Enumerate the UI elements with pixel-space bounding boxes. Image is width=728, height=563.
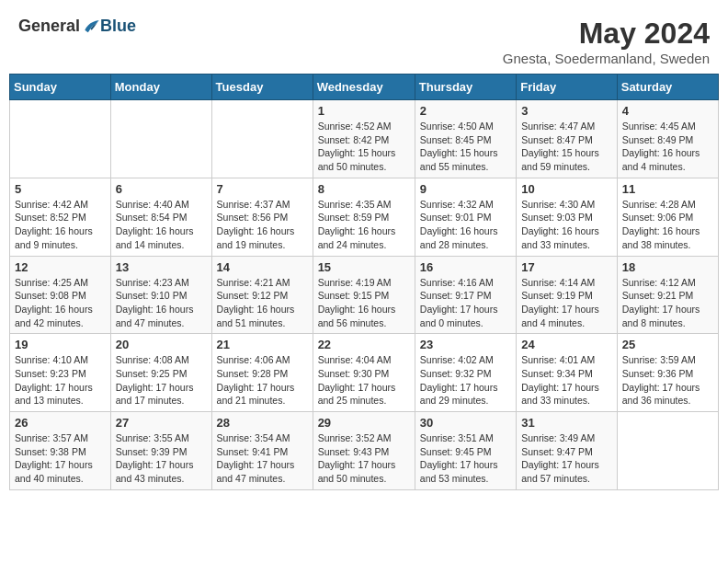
day-number: 3	[521, 104, 612, 118]
day-info: Sunrise: 4:42 AM Sunset: 8:52 PM Dayligh…	[15, 198, 106, 252]
day-info: Sunrise: 3:59 AM Sunset: 9:36 PM Dayligh…	[622, 353, 713, 408]
day-number: 25	[622, 338, 713, 351]
calendar-week-row: 26Sunrise: 3:57 AM Sunset: 9:38 PM Dayli…	[10, 412, 719, 490]
day-number: 31	[521, 416, 612, 430]
day-number: 18	[622, 260, 713, 274]
calendar-cell: 15Sunrise: 4:19 AM Sunset: 9:15 PM Dayli…	[313, 256, 415, 334]
day-info: Sunrise: 4:08 AM Sunset: 9:25 PM Dayligh…	[116, 353, 207, 408]
day-number: 23	[420, 338, 511, 351]
day-number: 13	[116, 260, 207, 274]
day-info: Sunrise: 4:12 AM Sunset: 9:21 PM Dayligh…	[622, 276, 713, 330]
calendar-cell: 6Sunrise: 4:40 AM Sunset: 8:54 PM Daylig…	[110, 178, 211, 256]
calendar-cell: 3Sunrise: 4:47 AM Sunset: 8:47 PM Daylig…	[517, 100, 618, 178]
day-number: 28	[217, 416, 308, 430]
calendar-header: SundayMondayTuesdayWednesdayThursdayFrid…	[10, 75, 719, 100]
day-info: Sunrise: 4:21 AM Sunset: 9:12 PM Dayligh…	[217, 276, 308, 330]
day-header-thursday: Thursday	[415, 75, 516, 100]
day-number: 9	[420, 182, 511, 196]
title-section: May 2024 Gnesta, Soedermanland, Sweden	[503, 17, 710, 66]
day-number: 24	[521, 338, 612, 351]
day-header-saturday: Saturday	[617, 75, 718, 100]
day-header-friday: Friday	[517, 75, 618, 100]
day-info: Sunrise: 4:02 AM Sunset: 9:32 PM Dayligh…	[420, 353, 511, 408]
calendar-cell	[617, 412, 718, 490]
calendar-cell: 19Sunrise: 4:10 AM Sunset: 9:23 PM Dayli…	[10, 334, 111, 412]
day-info: Sunrise: 4:10 AM Sunset: 9:23 PM Dayligh…	[15, 353, 106, 408]
day-number: 30	[420, 416, 511, 430]
day-number: 16	[420, 260, 511, 274]
day-info: Sunrise: 4:06 AM Sunset: 9:28 PM Dayligh…	[217, 353, 308, 408]
day-info: Sunrise: 4:35 AM Sunset: 8:59 PM Dayligh…	[318, 198, 410, 252]
calendar-week-row: 1Sunrise: 4:52 AM Sunset: 8:42 PM Daylig…	[10, 100, 719, 178]
logo-bird-icon	[82, 17, 100, 36]
calendar-cell: 4Sunrise: 4:45 AM Sunset: 8:49 PM Daylig…	[617, 100, 718, 178]
calendar-week-row: 5Sunrise: 4:42 AM Sunset: 8:52 PM Daylig…	[10, 178, 719, 256]
page-header: General Blue May 2024 Gnesta, Soedermanl…	[9, 9, 719, 70]
day-info: Sunrise: 4:50 AM Sunset: 8:45 PM Dayligh…	[420, 120, 511, 174]
day-number: 5	[15, 182, 106, 196]
calendar-cell: 2Sunrise: 4:50 AM Sunset: 8:45 PM Daylig…	[415, 100, 516, 178]
day-number: 4	[622, 104, 713, 118]
calendar-cell: 20Sunrise: 4:08 AM Sunset: 9:25 PM Dayli…	[110, 334, 211, 412]
calendar-cell: 26Sunrise: 3:57 AM Sunset: 9:38 PM Dayli…	[10, 412, 111, 490]
calendar-cell: 12Sunrise: 4:25 AM Sunset: 9:08 PM Dayli…	[10, 256, 111, 334]
calendar-cell: 24Sunrise: 4:01 AM Sunset: 9:34 PM Dayli…	[517, 334, 618, 412]
day-number: 26	[15, 416, 106, 430]
calendar-cell: 30Sunrise: 3:51 AM Sunset: 9:45 PM Dayli…	[415, 412, 516, 490]
calendar-cell: 22Sunrise: 4:04 AM Sunset: 9:30 PM Dayli…	[313, 334, 415, 412]
calendar-cell: 13Sunrise: 4:23 AM Sunset: 9:10 PM Dayli…	[110, 256, 211, 334]
logo-general-text: General	[18, 17, 80, 36]
calendar-cell	[110, 100, 211, 178]
calendar-cell: 16Sunrise: 4:16 AM Sunset: 9:17 PM Dayli…	[415, 256, 516, 334]
calendar-cell: 14Sunrise: 4:21 AM Sunset: 9:12 PM Dayli…	[211, 256, 313, 334]
logo-blue-text: Blue	[100, 17, 136, 36]
day-number: 10	[521, 182, 612, 196]
day-info: Sunrise: 4:45 AM Sunset: 8:49 PM Dayligh…	[622, 120, 713, 174]
calendar-cell: 29Sunrise: 3:52 AM Sunset: 9:43 PM Dayli…	[313, 412, 415, 490]
day-info: Sunrise: 3:52 AM Sunset: 9:43 PM Dayligh…	[318, 431, 410, 486]
day-info: Sunrise: 4:32 AM Sunset: 9:01 PM Dayligh…	[420, 198, 511, 252]
day-info: Sunrise: 4:28 AM Sunset: 9:06 PM Dayligh…	[622, 198, 713, 252]
calendar-cell: 28Sunrise: 3:54 AM Sunset: 9:41 PM Dayli…	[211, 412, 313, 490]
day-number: 17	[521, 260, 612, 274]
calendar-cell	[211, 100, 313, 178]
calendar-cell: 1Sunrise: 4:52 AM Sunset: 8:42 PM Daylig…	[313, 100, 415, 178]
month-year-title: May 2024	[503, 17, 710, 51]
day-info: Sunrise: 4:40 AM Sunset: 8:54 PM Dayligh…	[116, 198, 207, 252]
calendar-cell	[10, 100, 111, 178]
day-number: 6	[116, 182, 207, 196]
day-number: 15	[318, 260, 410, 274]
day-number: 2	[420, 104, 511, 118]
logo: General Blue	[18, 17, 136, 36]
day-header-tuesday: Tuesday	[211, 75, 313, 100]
day-number: 11	[622, 182, 713, 196]
day-info: Sunrise: 4:37 AM Sunset: 8:56 PM Dayligh…	[217, 198, 308, 252]
day-header-sunday: Sunday	[10, 75, 111, 100]
calendar-body: 1Sunrise: 4:52 AM Sunset: 8:42 PM Daylig…	[10, 100, 719, 490]
day-info: Sunrise: 3:55 AM Sunset: 9:39 PM Dayligh…	[116, 431, 207, 486]
calendar-week-row: 19Sunrise: 4:10 AM Sunset: 9:23 PM Dayli…	[10, 334, 719, 412]
calendar-cell: 27Sunrise: 3:55 AM Sunset: 9:39 PM Dayli…	[110, 412, 211, 490]
day-number: 12	[15, 260, 106, 274]
day-info: Sunrise: 4:47 AM Sunset: 8:47 PM Dayligh…	[521, 120, 612, 174]
day-header-monday: Monday	[110, 75, 211, 100]
calendar-cell: 7Sunrise: 4:37 AM Sunset: 8:56 PM Daylig…	[211, 178, 313, 256]
calendar-cell: 10Sunrise: 4:30 AM Sunset: 9:03 PM Dayli…	[517, 178, 618, 256]
calendar-cell: 23Sunrise: 4:02 AM Sunset: 9:32 PM Dayli…	[415, 334, 516, 412]
day-info: Sunrise: 4:23 AM Sunset: 9:10 PM Dayligh…	[116, 276, 207, 330]
day-info: Sunrise: 3:54 AM Sunset: 9:41 PM Dayligh…	[217, 431, 308, 486]
days-header-row: SundayMondayTuesdayWednesdayThursdayFrid…	[10, 75, 719, 100]
day-info: Sunrise: 4:52 AM Sunset: 8:42 PM Dayligh…	[318, 120, 410, 174]
calendar-table: SundayMondayTuesdayWednesdayThursdayFrid…	[9, 74, 719, 490]
day-info: Sunrise: 4:14 AM Sunset: 9:19 PM Dayligh…	[521, 276, 612, 330]
calendar-week-row: 12Sunrise: 4:25 AM Sunset: 9:08 PM Dayli…	[10, 256, 719, 334]
day-info: Sunrise: 4:01 AM Sunset: 9:34 PM Dayligh…	[521, 353, 612, 408]
calendar-cell: 17Sunrise: 4:14 AM Sunset: 9:19 PM Dayli…	[517, 256, 618, 334]
calendar-cell: 5Sunrise: 4:42 AM Sunset: 8:52 PM Daylig…	[10, 178, 111, 256]
day-info: Sunrise: 4:16 AM Sunset: 9:17 PM Dayligh…	[420, 276, 511, 330]
day-number: 1	[318, 104, 410, 118]
day-info: Sunrise: 4:19 AM Sunset: 9:15 PM Dayligh…	[318, 276, 410, 330]
day-number: 22	[318, 338, 410, 351]
day-info: Sunrise: 4:04 AM Sunset: 9:30 PM Dayligh…	[318, 353, 410, 408]
location-subtitle: Gnesta, Soedermanland, Sweden	[503, 51, 710, 66]
